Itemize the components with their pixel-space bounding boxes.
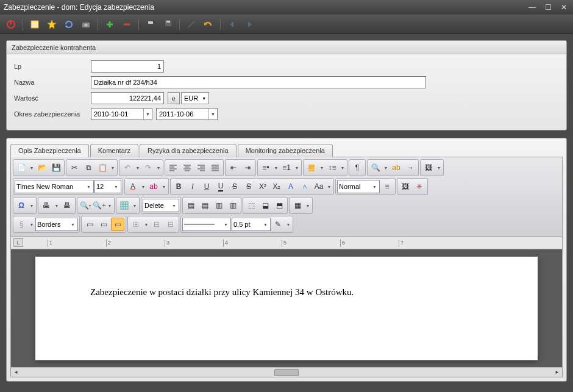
dropdown-icon[interactable]: ▼ <box>326 185 332 189</box>
dropdown-icon[interactable]: ▼ <box>54 204 60 208</box>
distribute-cols-icon[interactable]: ⊟ <box>164 218 177 231</box>
minus-icon[interactable] <box>119 17 134 32</box>
dropdown-icon[interactable]: ▼ <box>110 166 116 170</box>
new-doc-icon[interactable]: 📄 <box>15 161 28 174</box>
dropdown-icon[interactable]: ▼ <box>273 166 279 170</box>
line-weight-select[interactable]: 0,5 pt▼ <box>232 218 271 231</box>
align-center-icon[interactable] <box>180 161 194 174</box>
font-color-icon[interactable]: A <box>126 180 140 193</box>
dropdown-icon[interactable]: ▼ <box>140 185 146 189</box>
line-spacing-icon[interactable]: ↕≡ <box>326 161 339 174</box>
date-to-input[interactable] <box>157 109 208 119</box>
save-all-icon[interactable] <box>160 17 175 32</box>
tab-opis[interactable]: Opis Zabezpieczenia <box>10 144 89 157</box>
insert-object-icon[interactable]: ✳ <box>413 180 426 193</box>
fill-color-icon[interactable] <box>305 161 318 174</box>
redo-editor-icon[interactable]: ↷ <box>141 161 155 174</box>
symbol-icon[interactable]: Ω <box>15 199 28 212</box>
dropdown-icon[interactable]: ▼ <box>285 223 291 227</box>
insert-picture-icon[interactable]: 🖼 <box>422 161 435 174</box>
print-preview-icon[interactable]: 🖶 <box>60 199 74 212</box>
undo-icon[interactable] <box>201 17 216 32</box>
chevron-down-icon[interactable]: ▼ <box>208 109 217 119</box>
maximize-button[interactable]: ☐ <box>543 3 553 12</box>
highlight-icon[interactable]: ab <box>147 180 160 193</box>
line-style-select[interactable]: ▼ <box>182 218 231 231</box>
dropdown-icon[interactable]: ▼ <box>155 166 162 170</box>
paragraph-icon[interactable]: ¶ <box>351 161 364 174</box>
camera-icon[interactable] <box>79 17 93 32</box>
style-gallery-icon[interactable]: ≡ <box>380 180 394 193</box>
forward-icon[interactable] <box>242 17 257 32</box>
date-from-field[interactable]: ▼ <box>91 108 152 120</box>
power-icon[interactable] <box>4 17 18 32</box>
save-doc-icon[interactable]: 💾 <box>49 161 63 174</box>
tab-komentarz[interactable]: Komentarz <box>90 144 138 157</box>
undo-editor-icon[interactable]: ↶ <box>121 161 134 174</box>
delete-menu[interactable]: Delete▼ <box>143 199 179 212</box>
refresh-icon[interactable] <box>62 17 76 32</box>
dropdown-icon[interactable]: ▼ <box>340 166 346 170</box>
cell-align-icon[interactable]: ▦ <box>291 199 304 212</box>
italic-icon[interactable]: I <box>186 180 199 193</box>
bullets-icon[interactable]: ≡• <box>259 161 272 174</box>
dropdown-icon[interactable]: ▼ <box>383 166 389 170</box>
document-text[interactable]: Zabezpieczenie w postaci działki przy ul… <box>90 287 483 298</box>
double-underline-icon[interactable]: U <box>214 180 227 193</box>
tab-monitoring[interactable]: Monitoring zabezpieczenia <box>238 144 333 157</box>
plus-icon[interactable] <box>102 17 117 32</box>
tab-ryzyka[interactable]: Ryzyka dla zabezpieczenia <box>140 144 237 157</box>
paste-icon[interactable]: 📋 <box>96 161 109 174</box>
dropdown-icon[interactable]: ▼ <box>135 166 141 170</box>
zoom-out-icon[interactable]: 🔍- <box>79 199 92 212</box>
superscript-icon[interactable]: X² <box>256 180 269 193</box>
shrink-font-icon[interactable]: A <box>298 180 311 193</box>
find-icon[interactable]: 🔍 <box>369 161 382 174</box>
note-icon[interactable] <box>27 17 42 32</box>
currency-picker-icon[interactable]: ℮ <box>168 92 180 104</box>
insert-row-below-icon[interactable]: ▤ <box>198 199 212 212</box>
indent-icon[interactable]: ⇥ <box>241 161 254 174</box>
grow-font-icon[interactable]: A <box>284 180 297 193</box>
scroll-right-icon[interactable]: ► <box>552 368 562 377</box>
replace-icon[interactable]: ab <box>390 161 403 174</box>
font-size-select[interactable]: 12▼ <box>94 180 121 193</box>
dropdown-icon[interactable]: ▼ <box>132 204 138 208</box>
horizontal-scrollbar[interactable]: ◄ ► <box>11 367 562 377</box>
nazwa-input[interactable] <box>91 76 426 88</box>
justify-icon[interactable] <box>208 161 222 174</box>
view-normal-icon[interactable]: ▭ <box>83 218 96 231</box>
double-strike-icon[interactable]: S <box>242 180 255 193</box>
open-icon[interactable]: 📂 <box>35 161 49 174</box>
underline-icon[interactable]: U <box>200 180 213 193</box>
date-from-input[interactable] <box>91 109 143 119</box>
document-page[interactable]: Zabezpieczenie w postaci działki przy ul… <box>35 257 538 360</box>
chevron-down-icon[interactable]: ▼ <box>143 109 152 119</box>
dropdown-icon[interactable]: ▼ <box>29 223 35 227</box>
align-left-icon[interactable] <box>166 161 180 174</box>
currency-select[interactable]: EUR ▼ <box>181 92 209 104</box>
ruler-corner-icon[interactable]: L <box>13 238 23 247</box>
insert-image-icon[interactable]: 🖼 <box>399 180 412 193</box>
align-right-icon[interactable] <box>194 161 208 174</box>
cut-icon[interactable]: ✂ <box>68 161 81 174</box>
edit-icon[interactable] <box>184 17 199 32</box>
zoom-in-icon[interactable]: 🔍+ <box>93 199 106 212</box>
date-to-field[interactable]: ▼ <box>156 108 218 120</box>
horizontal-ruler[interactable]: L 1 2 3 4 5 6 7 <box>11 237 562 249</box>
wartosc-input[interactable] <box>91 92 164 104</box>
scroll-left-icon[interactable]: ◄ <box>11 368 21 377</box>
back-icon[interactable] <box>225 17 240 32</box>
dropdown-icon[interactable]: ▼ <box>143 223 149 227</box>
split-table-icon[interactable]: ⬒ <box>272 199 286 212</box>
change-case-icon[interactable]: Aa <box>312 180 326 193</box>
style-select[interactable]: Normal▼ <box>337 180 380 193</box>
font-select[interactable]: Times New Roman▼ <box>15 180 94 193</box>
insert-col-right-icon[interactable]: ▥ <box>226 199 240 212</box>
insert-col-left-icon[interactable]: ▥ <box>212 199 226 212</box>
copy-icon[interactable]: ⧉ <box>82 161 95 174</box>
save-icon[interactable] <box>143 17 158 32</box>
close-button[interactable]: ✕ <box>558 3 569 12</box>
print-icon[interactable]: 🖶 <box>40 199 53 212</box>
dropdown-icon[interactable]: ▼ <box>107 204 113 208</box>
